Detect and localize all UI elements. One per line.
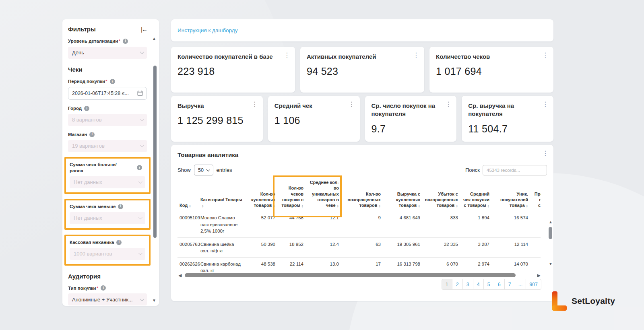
column-header-avg_check_with_product[interactable]: Средний чек покупки с товаром▲▼	[460, 179, 491, 211]
page-button-4[interactable]: 4	[473, 279, 484, 290]
column-header-category[interactable]: Категории/ Товары▲▼	[198, 179, 245, 211]
info-icon[interactable]: i	[123, 39, 128, 44]
collapse-sidebar-icon[interactable]: |←	[141, 26, 147, 33]
scroll-down-icon[interactable]: ▼	[152, 298, 156, 303]
table-header-row: Код▲▼Категории/ Товары▲▼Кол-во купленных…	[178, 179, 541, 211]
kebab-menu-icon[interactable]: ⋮	[542, 101, 549, 107]
check-sum-lt-select[interactable]: Нет данных	[70, 212, 145, 224]
column-header-loss_returned[interactable]: Убыток с возвращенных товаров▲▼	[422, 179, 460, 211]
page-button-7[interactable]: 7	[504, 279, 515, 290]
info-icon[interactable]: i	[116, 240, 122, 245]
sort-icon[interactable]: ▲▼	[487, 204, 489, 208]
scroll-up-icon[interactable]: ▲	[549, 220, 553, 224]
cell-bought_qty: 50 390	[245, 237, 277, 257]
page-button-6[interactable]: 6	[494, 279, 505, 290]
cell-checks_with_product: 22 114	[277, 257, 305, 273]
page-button-5[interactable]: 5	[483, 279, 494, 290]
kebab-menu-icon[interactable]: ⋮	[284, 52, 290, 58]
sort-icon[interactable]: ▲▼	[202, 204, 204, 208]
cell-returned_qty: 17	[341, 257, 383, 273]
info-icon[interactable]: i	[110, 79, 115, 84]
city-select[interactable]: 8 вариантов	[68, 114, 147, 126]
page-button-907[interactable]: 907	[526, 279, 541, 290]
sort-icon[interactable]: ▲▼	[337, 204, 339, 208]
sort-icon[interactable]: ▲▼	[379, 204, 381, 208]
scroll-down-icon[interactable]: ▼	[549, 262, 553, 266]
kebab-menu-icon[interactable]: ⋮	[413, 52, 419, 58]
page-button-3[interactable]: 3	[462, 279, 473, 290]
page-button-1[interactable]: 1	[442, 279, 452, 290]
column-header-bought_qty[interactable]: Кол-во купленных товаров▲▼	[245, 179, 277, 211]
table-vscrollbar-thumb[interactable]	[549, 227, 552, 239]
cell-checks_with_product: 18 952	[277, 237, 305, 257]
chevron-down-icon	[140, 297, 144, 301]
product-analytics-card: Товарная аналитика ⋮ Show 50 entries Пои…	[171, 145, 553, 301]
purchase-type-select[interactable]: Анонимные + Участник...	[68, 293, 147, 305]
sort-icon[interactable]: ▲▼	[189, 204, 191, 208]
sort-icon[interactable]: ▲▼	[456, 204, 458, 208]
chevron-down-icon	[140, 143, 144, 147]
field-label: Период покупки	[68, 78, 105, 85]
cell-penetration	[530, 211, 541, 237]
setloyalty-logo: SetLoyalty	[552, 291, 615, 311]
info-icon[interactable]: i	[118, 204, 123, 209]
filters-title: Фильтры	[68, 26, 96, 33]
cell-category: Свинина карбонад охл. кг	[198, 257, 245, 273]
filter-city: Городi 8 вариантов	[68, 105, 147, 126]
kpi-value: 1 125 299 815	[178, 115, 256, 126]
column-header-returned_qty[interactable]: Кол-во возвращенных товаров▲▼	[341, 179, 383, 211]
cell-unique_buyers: 14 070	[491, 257, 530, 273]
kebab-menu-icon[interactable]: ⋮	[542, 52, 549, 58]
table-row: 00262626Свинина карбонад охл. кг48 53822…	[178, 257, 541, 273]
table-hscrollbar: ◀ ▶	[178, 273, 541, 278]
scroll-left-icon[interactable]: ◀	[178, 273, 182, 278]
kebab-menu-icon[interactable]: ⋮	[445, 101, 452, 107]
info-icon[interactable]: i	[84, 106, 89, 111]
detail-level-select[interactable]: День	[68, 47, 147, 59]
kpi-card-avg-revenue-per-customer: Ср. выручка на покупателя ⋮ 11 504.7	[462, 96, 553, 142]
kpi-card-checks-count: Количество чеков ⋮ 1 017 694	[429, 47, 553, 93]
scroll-up-icon[interactable]: ▲	[152, 36, 156, 41]
filter-store: Магазинi 19 вариантов	[68, 132, 147, 152]
search-input[interactable]	[483, 165, 547, 175]
kebab-menu-icon[interactable]: ⋮	[542, 150, 549, 157]
check-sum-gte-select[interactable]: Нет данных	[70, 176, 145, 188]
page-size-select[interactable]: 50	[194, 165, 213, 175]
kpi-value: 94 523	[307, 66, 418, 77]
info-icon[interactable]: i	[101, 285, 106, 291]
kebab-menu-icon[interactable]: ⋮	[252, 101, 258, 107]
info-icon[interactable]: i	[89, 132, 95, 137]
cell-returned_qty: 9	[341, 211, 383, 237]
column-header-penetration: Проник в ауд сегме	[530, 179, 541, 211]
purchase-period-input[interactable]: 2026-01-06T17:45:28 ≤...	[68, 87, 147, 100]
sort-icon[interactable]: ▲▼	[526, 204, 528, 208]
sort-icon[interactable]: ▲▼	[418, 204, 420, 208]
column-header-checks_with_product[interactable]: Кол-во чеков покупки с товаром▲▼	[277, 179, 305, 211]
kpi-title: Средний чек	[275, 102, 353, 110]
kpi-row-1: Количество покупателей в базе ⋮ 223 918 …	[171, 47, 553, 93]
filters-sidebar: Фильтры |← Уровень детализации*i День Че…	[62, 19, 159, 306]
chevron-down-icon	[138, 251, 142, 255]
sort-icon[interactable]: ▲▼	[301, 204, 303, 208]
kebab-menu-icon[interactable]: ⋮	[349, 101, 355, 107]
column-header-avg_unique_in_check[interactable]: Среднее кол-во уникальных товаров в чеке…	[305, 179, 341, 211]
column-header-code[interactable]: Код▲▼	[178, 179, 198, 211]
kpi-title: Ср. число покупок на покупателя	[372, 102, 450, 118]
store-select[interactable]: 19 вариантов	[68, 140, 147, 152]
column-header-revenue_bought[interactable]: Выручка с купленных товаров▲▼	[383, 179, 422, 211]
field-label: Магазин	[68, 132, 87, 138]
cell-bought_qty: 48 538	[245, 257, 277, 273]
cell-revenue_bought: 19 305 961	[383, 237, 422, 257]
cell-revenue_bought: 4 681 649	[383, 211, 422, 237]
column-header-unique_buyers[interactable]: Уник. покупателей товара▲▼	[491, 179, 530, 211]
table-hscrollbar-thumb[interactable]	[185, 273, 516, 277]
dashboard-instruction-link[interactable]: Инструкция к дашборду	[178, 27, 237, 33]
scroll-right-icon[interactable]: ▶	[537, 273, 541, 278]
info-icon[interactable]: i	[137, 165, 142, 170]
sidebar-scrollbar-thumb[interactable]	[153, 66, 157, 238]
page-button-2[interactable]: 2	[452, 279, 463, 290]
chevron-down-icon	[206, 167, 210, 171]
cash-mechanics-select[interactable]: 1000 вариантов	[70, 248, 145, 260]
page-button-...[interactable]: ...	[515, 279, 526, 290]
sort-icon[interactable]: ▲▼	[273, 204, 275, 208]
